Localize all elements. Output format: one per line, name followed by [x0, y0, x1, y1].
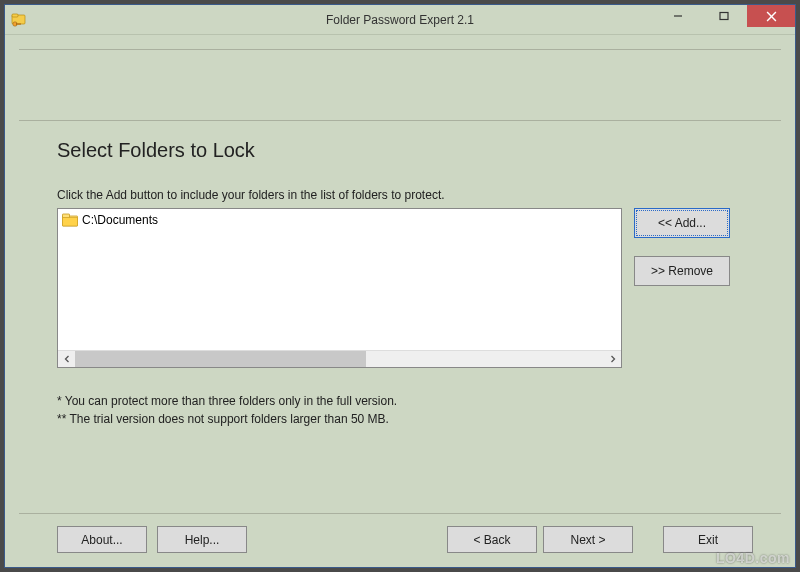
folder-icon [62, 213, 78, 227]
window-controls [655, 5, 795, 27]
folder-list[interactable]: C:\Documents [57, 208, 622, 368]
back-button[interactable]: < Back [447, 526, 537, 553]
note-line-2: ** The trial version does not support fo… [57, 410, 753, 428]
toolbar-area [19, 49, 781, 121]
window-title: Folder Password Expert 2.1 [326, 13, 474, 27]
scroll-left-arrow[interactable] [58, 351, 75, 368]
instruction-text: Click the Add button to include your fol… [57, 188, 753, 202]
svg-rect-5 [720, 13, 728, 20]
maximize-button[interactable] [701, 5, 747, 27]
minimize-button[interactable] [655, 5, 701, 27]
titlebar: Folder Password Expert 2.1 [5, 5, 795, 35]
next-button[interactable]: Next > [543, 526, 633, 553]
button-group-nav: < Back Next > [447, 526, 633, 553]
bottom-bar: About... Help... < Back Next > Exit [19, 513, 781, 557]
close-button[interactable] [747, 5, 795, 27]
scroll-thumb[interactable] [75, 351, 366, 368]
folder-row: C:\Documents << [57, 208, 753, 368]
svg-rect-1 [12, 14, 18, 17]
main-panel: Select Folders to Lock Click the Add but… [19, 121, 781, 513]
content-area: Select Folders to Lock Click the Add but… [5, 35, 795, 567]
watermark: LO4D.com [716, 550, 790, 566]
add-button[interactable]: << Add... [634, 208, 730, 238]
scroll-right-arrow[interactable] [604, 351, 621, 368]
button-group-left: About... Help... [57, 526, 247, 553]
side-buttons: << Add... >> Remove [634, 208, 730, 286]
exit-button[interactable]: Exit [663, 526, 753, 553]
notes: * You can protect more than three folder… [57, 392, 753, 428]
help-button[interactable]: Help... [157, 526, 247, 553]
app-window: Folder Password Expert 2.1 Select Folder… [4, 4, 796, 568]
about-button[interactable]: About... [57, 526, 147, 553]
list-item[interactable]: C:\Documents [58, 209, 621, 231]
svg-rect-10 [63, 218, 78, 227]
horizontal-scrollbar[interactable] [58, 350, 621, 367]
page-heading: Select Folders to Lock [57, 139, 753, 162]
app-icon [11, 12, 27, 28]
remove-button[interactable]: >> Remove [634, 256, 730, 286]
svg-rect-3 [17, 23, 21, 25]
folder-path: C:\Documents [82, 213, 158, 227]
note-line-1: * You can protect more than three folder… [57, 392, 753, 410]
scroll-track[interactable] [75, 351, 604, 368]
